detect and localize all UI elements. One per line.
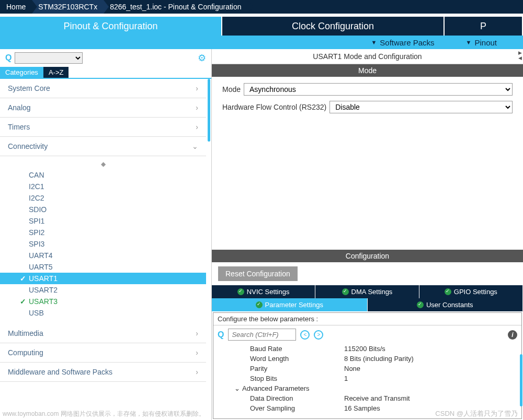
- chevron-down-icon: ▼: [466, 39, 472, 45]
- chevron-down-icon: ⌄: [234, 384, 240, 392]
- sub-bar: ▼Software Packs ▼Pinout: [0, 36, 523, 49]
- next-icon[interactable]: >: [314, 330, 323, 340]
- info-icon[interactable]: i: [508, 330, 517, 340]
- reset-configuration-button[interactable]: Reset Configuration: [218, 266, 298, 281]
- breadcrumb-file[interactable]: 8266_test_1.ioc - Pinout & Configuration: [104, 0, 247, 14]
- chevron-right-icon: ›: [196, 84, 198, 92]
- peripheral-item[interactable]: CAN: [0, 169, 206, 181]
- check-icon: [445, 288, 451, 295]
- main-tabs: Pinout & Configuration Clock Configurati…: [0, 17, 523, 36]
- search-dropdown[interactable]: [15, 52, 83, 64]
- chevron-right-icon: ›: [196, 329, 198, 337]
- peripheral-item[interactable]: SDIO: [0, 204, 206, 215]
- param-row[interactable]: Stop Bits1: [219, 374, 516, 383]
- category-group[interactable]: Multimedia›: [0, 324, 206, 343]
- mode-label: Mode: [222, 85, 241, 94]
- peripheral-item[interactable]: I2C2: [0, 192, 206, 204]
- mode-label: Hardware Flow Control (RS232): [222, 103, 326, 111]
- chevron-right-icon: ›: [196, 103, 198, 112]
- peripheral-item[interactable]: SPI1: [0, 215, 206, 227]
- param-group[interactable]: ⌄Advanced Parameters: [219, 384, 344, 392]
- peripheral-item[interactable]: UART5: [0, 261, 206, 273]
- breadcrumb-device[interactable]: STM32F103RCTx: [32, 0, 104, 14]
- check-icon: [342, 288, 349, 295]
- tab-other[interactable]: P: [445, 17, 523, 36]
- setting-tab[interactable]: NVIC Settings: [212, 285, 315, 298]
- watermark-left: www.toymoban.com 网络图片仅供展示，非存储，如有侵权请联系删除。: [3, 410, 205, 418]
- peripheral-item[interactable]: USART1: [0, 273, 206, 284]
- pinout-dropdown[interactable]: ▼Pinout: [466, 38, 497, 47]
- chevron-down-icon: ⌄: [192, 142, 198, 150]
- check-icon: [237, 288, 244, 295]
- param-row[interactable]: Word Length8 Bits (including Parity): [219, 354, 516, 364]
- category-group[interactable]: Connectivity⌄: [0, 137, 206, 156]
- category-group[interactable]: Timers›: [0, 118, 206, 137]
- category-group[interactable]: Analog›: [0, 98, 206, 118]
- setting-tab[interactable]: GPIO Settings: [419, 285, 523, 298]
- mode-select[interactable]: Asynchronous: [244, 83, 513, 96]
- category-group[interactable]: Middleware and Software Packs›: [0, 363, 206, 382]
- scrollbar[interactable]: [520, 354, 522, 406]
- setting-tab[interactable]: DMA Settings: [315, 285, 419, 298]
- right-panel: ▶◀ USART1 Mode and Configuration Mode Mo…: [212, 49, 523, 420]
- peripheral-item[interactable]: SPI2: [0, 227, 206, 238]
- param-search-input[interactable]: [228, 329, 296, 341]
- prev-icon[interactable]: <: [300, 330, 310, 340]
- param-header: Configure the below parameters :: [213, 313, 521, 325]
- mode-header: Mode: [212, 64, 523, 77]
- chevron-right-icon: ›: [196, 368, 198, 376]
- collapse-icon[interactable]: ▶◀: [518, 50, 522, 61]
- peripheral-item[interactable]: USART3: [0, 296, 206, 307]
- param-row[interactable]: Data DirectionReceive and Transmit: [219, 393, 516, 403]
- scrollbar[interactable]: [208, 79, 210, 142]
- configuration-header: Configuration: [212, 250, 523, 262]
- category-group[interactable]: System Core›: [0, 79, 206, 98]
- search-icon: Q: [218, 330, 224, 340]
- breadcrumb: Home STM32F103RCTx 8266_test_1.ioc - Pin…: [0, 0, 523, 14]
- param-row[interactable]: Baud Rate115200 Bits/s: [219, 344, 516, 354]
- left-panel: Q ⚙ Categories A->Z System Core›Analog›T…: [0, 49, 212, 420]
- filter-tab-categories[interactable]: Categories: [0, 67, 43, 78]
- peripheral-item[interactable]: SPI3: [0, 238, 206, 250]
- param-row[interactable]: ParityNone: [219, 364, 516, 374]
- tab-clock-config[interactable]: Clock Configuration: [222, 17, 445, 36]
- tab-pinout-config[interactable]: Pinout & Configuration: [0, 17, 222, 36]
- peripheral-item[interactable]: USB: [0, 307, 206, 319]
- peripheral-item[interactable]: I2C1: [0, 181, 206, 192]
- chevron-down-icon: ▼: [371, 39, 377, 45]
- filter-tab-az[interactable]: A->Z: [43, 67, 69, 78]
- search-icon: Q: [5, 53, 12, 63]
- breadcrumb-home[interactable]: Home: [0, 0, 32, 14]
- setting-tab-parameters[interactable]: Parameter Settings: [212, 298, 368, 311]
- check-icon: [256, 301, 263, 308]
- setting-tab-user-constants[interactable]: User Constants: [368, 298, 524, 311]
- peripheral-item[interactable]: USART2: [0, 284, 206, 296]
- software-packs-dropdown[interactable]: ▼Software Packs: [371, 38, 434, 47]
- peripheral-item[interactable]: UART4: [0, 250, 206, 261]
- check-icon: [417, 301, 424, 308]
- category-group[interactable]: Computing›: [0, 343, 206, 363]
- sort-icon[interactable]: ◆: [0, 159, 206, 169]
- gear-icon[interactable]: ⚙: [198, 52, 206, 64]
- chevron-right-icon: ›: [196, 123, 198, 131]
- watermark: CSDN @人活着只为了雪乃: [435, 409, 518, 418]
- chevron-right-icon: ›: [196, 348, 198, 357]
- mode-select[interactable]: Disable: [329, 101, 513, 113]
- config-title: USART1 Mode and Configuration: [212, 49, 523, 64]
